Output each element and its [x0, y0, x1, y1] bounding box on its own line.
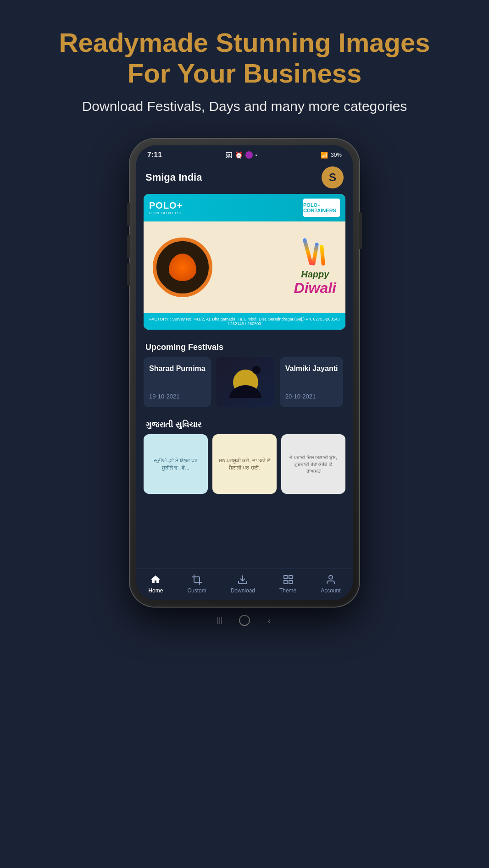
diya-flame	[169, 254, 196, 281]
guj-text-3: ਜੋ ਹਰਾਤੀ ਦਿਲ ਅਲਾਤੀ ਉਸ਼, ਗੁਜ਼ਰਾਤੀ ਰੇਤਾ ਕੋ…	[287, 454, 340, 475]
moon-graphic	[229, 366, 261, 398]
status-notch: 🖼 ⏰ •	[226, 151, 257, 159]
gallery-icon: 🖼	[226, 151, 232, 159]
clock-icon: ⏰	[235, 151, 243, 159]
card-image-placeholder	[216, 357, 275, 407]
happy-label: Happy	[294, 269, 336, 280]
festival-cards-list[interactable]: Sharad Purnima 19-10-2021	[136, 357, 353, 415]
svg-point-5	[329, 575, 333, 579]
svg-rect-2	[289, 575, 292, 579]
svg-rect-4	[284, 581, 287, 584]
status-time: 7:11	[147, 151, 162, 159]
moon-shadow	[252, 366, 261, 374]
firework-2	[311, 243, 319, 266]
banner-brand: POLO+ CONTAINERS	[149, 200, 183, 215]
hero-title: Readymade Stunning Images For Your Busin…	[37, 28, 452, 88]
banner-main: Happy Diwali	[144, 221, 345, 313]
banner-right-logo: POLO+ CONTAINERS	[303, 199, 340, 217]
phone-content[interactable]: POLO+ CONTAINERS POLO+ CONTAINERS	[136, 194, 353, 594]
purple-icon	[245, 151, 253, 159]
card-name-valmiki: Valmiki Jayanti	[285, 364, 338, 373]
home-icon	[150, 574, 161, 586]
card-date-sharad: 19-10-2021	[149, 393, 206, 400]
nav-account[interactable]: Account	[321, 574, 340, 594]
banner-footer: FACTORY : Survey No. 441/2, At. Bhalgama…	[144, 313, 345, 330]
download-icon	[237, 574, 249, 586]
nav-account-label: Account	[321, 587, 340, 594]
phone-inner: 7:11 🖼 ⏰ • 📶 30% Smiga India S	[136, 145, 353, 600]
status-icons: 📶 30%	[321, 152, 342, 159]
gujarati-cards[interactable]: સૂરીલો ઢ઼ਵੋ ਮੇ ਯ਼ੋਲੁਰ ਪਰ ਸੂਰੀਲੋ ਢ઼ਵੋ... …	[136, 434, 353, 501]
nav-custom-label: Custom	[187, 587, 206, 594]
nav-custom[interactable]: Custom	[187, 574, 206, 594]
bottom-nav: Home Custom	[136, 569, 353, 600]
nav-download-label: Download	[231, 587, 255, 594]
diwali-label: Diwali	[294, 280, 336, 297]
brand-sub: CONTAINERS	[149, 211, 183, 215]
wifi-icon: 📶	[321, 152, 328, 159]
recent-button[interactable]: |||	[214, 615, 225, 626]
diya-circle	[153, 238, 212, 297]
nav-home-label: Home	[148, 587, 163, 594]
svg-rect-1	[284, 575, 287, 579]
card-date-valmiki: 20-10-2021	[285, 393, 338, 400]
nav-theme[interactable]: Theme	[279, 574, 296, 594]
nav-download[interactable]: Download	[231, 574, 255, 594]
festival-card-valmiki[interactable]: Valmiki Jayanti 20-10-2021	[280, 357, 344, 407]
app-header: Smiga India S	[136, 163, 353, 194]
upcoming-heading: Upcoming Festivals	[136, 337, 353, 357]
festival-banner[interactable]: POLO+ CONTAINERS POLO+ CONTAINERS	[144, 194, 345, 330]
guj-card-2[interactable]: ਮਨ ਪ਼ਰ਼ਸ਼ੂੜੀ ਕਰੋ, ਜ਼ਾ ਅਰੇ ਲੋ ਸੈਲਾਲੀ ਪ਼ਰ …	[212, 434, 277, 494]
banner-top: POLO+ CONTAINERS POLO+ CONTAINERS	[144, 194, 345, 221]
right-section: Happy Diwali	[294, 238, 336, 297]
battery-icon: 30%	[331, 152, 342, 158]
theme-icon	[282, 574, 294, 586]
festival-card-image[interactable]	[216, 357, 275, 407]
home-button[interactable]	[239, 615, 250, 626]
nav-theme-label: Theme	[279, 587, 296, 594]
dot-icon: •	[256, 153, 257, 158]
status-bar: 7:11 🖼 ⏰ • 📶 30%	[136, 145, 353, 163]
app-title: Smiga India	[145, 171, 202, 183]
guj-card-3[interactable]: ਜੋ ਹਰਾਤੀ ਦਿਲ ਅਲਾਤੀ ਉਸ਼, ਗੁਜ਼ਰਾਤੀ ਰੇਤਾ ਕੋ…	[281, 434, 345, 494]
phone-outer: 7:11 🖼 ⏰ • 📶 30% Smiga India S	[130, 139, 359, 607]
phone-mockup: 7:11 🖼 ⏰ • 📶 30% Smiga India S	[130, 139, 359, 607]
home-indicator: ||| ‹	[130, 610, 359, 630]
crop-icon	[191, 574, 203, 586]
app-logo[interactable]: S	[322, 166, 344, 188]
nav-home[interactable]: Home	[148, 574, 163, 594]
card-name-sharad: Sharad Purnima	[149, 364, 206, 373]
back-button[interactable]: ‹	[264, 615, 275, 626]
gujarati-heading: ગુજરાતી સુવિચાર	[136, 415, 353, 434]
guj-text-2: ਮਨ ਪ਼ਰ਼ਸ਼ੂੜੀ ਕਰੋ, ਜ਼ਾ ਅਰੇ ਲੋ ਸੈਲਾਲੀ ਪ਼ਰ …	[218, 457, 271, 472]
svg-rect-3	[289, 581, 292, 584]
guj-text-1: સૂરીલો ઢ઼ਵੋ ਮੇ ਯ਼ੋਲੁਰ ਪਰ ਸੂਰੀਲੋ ਢ઼ਵੋ...	[149, 457, 202, 472]
firework-3	[320, 245, 325, 266]
account-icon	[325, 574, 337, 586]
festival-card-sharad[interactable]: Sharad Purnima 19-10-2021	[144, 357, 211, 407]
fireworks-display	[306, 238, 324, 265]
brand-name: POLO+	[149, 200, 183, 211]
hero-subtitle: Download Festivals, Days and many more c…	[37, 97, 452, 116]
hero-section: Readymade Stunning Images For Your Busin…	[0, 0, 489, 130]
guj-card-1[interactable]: સૂરીલો ઢ઼ਵੋ ਮੇ ਯ਼ੋਲੁਰ ਪਰ ਸੂਰੀਲੋ ਢ઼ਵੋ...	[144, 434, 208, 494]
diwali-text: Happy Diwali	[294, 269, 336, 297]
